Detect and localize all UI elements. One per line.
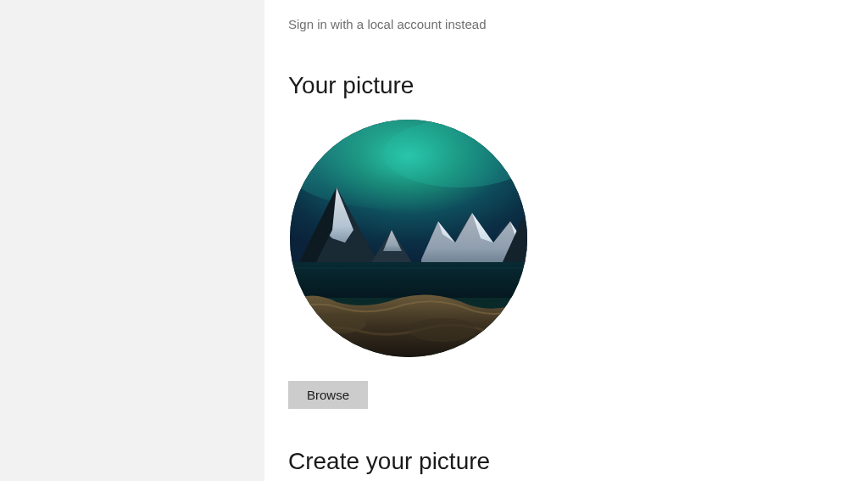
your-picture-heading: Your picture xyxy=(288,72,868,99)
browse-button[interactable]: Browse xyxy=(288,381,368,409)
svg-point-4 xyxy=(315,313,366,333)
create-your-picture-heading: Create your picture xyxy=(288,448,868,475)
signin-local-account-link[interactable]: Sign in with a local account instead xyxy=(288,17,486,31)
settings-content: Sign in with a local account instead You… xyxy=(264,0,868,481)
settings-sidebar xyxy=(0,0,264,481)
svg-point-5 xyxy=(409,318,476,342)
landscape-photo-icon xyxy=(290,120,527,357)
profile-picture-avatar xyxy=(290,120,527,357)
svg-rect-3 xyxy=(290,262,527,298)
